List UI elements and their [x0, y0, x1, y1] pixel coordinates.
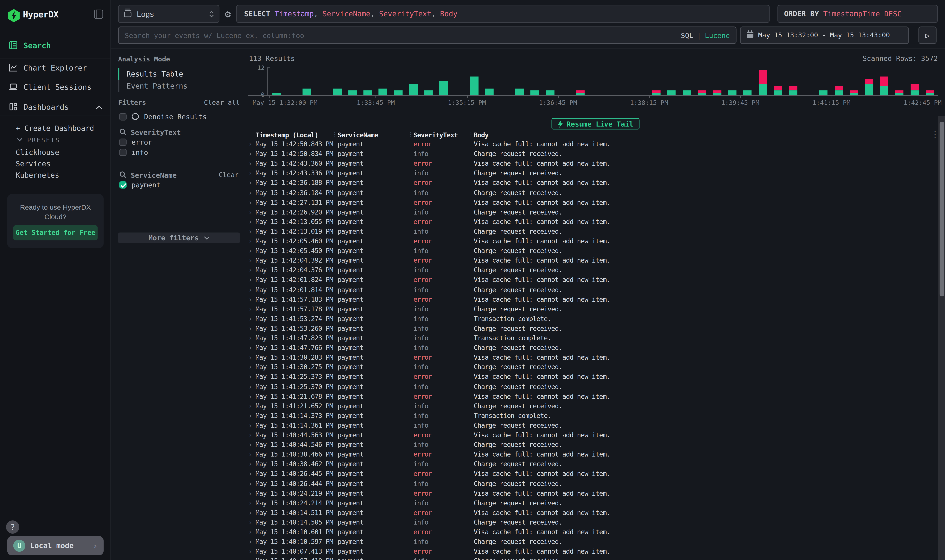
histogram-bar[interactable] [348, 91, 357, 95]
histogram-bar[interactable] [394, 91, 402, 95]
row-expand-chevron-icon[interactable]: › [248, 237, 252, 245]
column-header-servicename[interactable]: ServiceName [338, 131, 378, 139]
checkbox[interactable] [119, 149, 126, 156]
scrollbar-track[interactable] [938, 116, 945, 560]
column-resize-handle[interactable]: ⋮ [408, 131, 413, 137]
row-expand-chevron-icon[interactable]: › [248, 160, 252, 168]
order-by-input[interactable]: ORDER BY TimestampTime DESC [777, 5, 938, 23]
table-row[interactable]: ›May 15 1:40:14.511 PMpaymenterrorVisa c… [246, 508, 937, 518]
histogram-bar[interactable] [439, 82, 448, 95]
row-expand-chevron-icon[interactable]: › [248, 247, 252, 255]
histogram-bar[interactable] [516, 88, 524, 95]
column-header-severitytext[interactable]: SeverityText [413, 131, 458, 139]
sidebar-item-search[interactable]: Search [0, 37, 111, 53]
filter-group-clear-button[interactable]: Clear [219, 171, 239, 179]
table-row[interactable]: ›May 15 1:41:57.183 PMpaymenterrorVisa c… [246, 295, 937, 305]
histogram-bar[interactable] [743, 91, 752, 95]
table-row[interactable]: ›May 15 1:41:21.652 PMpaymentinfoCharge … [246, 402, 937, 411]
row-expand-chevron-icon[interactable]: › [248, 480, 252, 488]
row-expand-chevron-icon[interactable]: › [248, 179, 252, 187]
sidebar-preset-item[interactable]: Clickhouse [16, 148, 59, 157]
table-row[interactable]: ›May 15 1:42:04.376 PMpaymentinfoCharge … [246, 266, 937, 275]
table-row[interactable]: ›May 15 1:40:44.563 PMpaymenterrorVisa c… [246, 431, 937, 440]
row-expand-chevron-icon[interactable]: › [248, 218, 252, 226]
row-expand-chevron-icon[interactable]: › [248, 295, 252, 303]
filter-option-info[interactable]: info [119, 148, 240, 157]
histogram-bar[interactable] [849, 91, 858, 95]
row-expand-chevron-icon[interactable]: › [248, 286, 252, 294]
date-range-picker[interactable]: May 15 13:32:00 - May 15 13:43:00 [740, 26, 909, 44]
row-expand-chevron-icon[interactable]: › [248, 392, 252, 400]
presets-toggle[interactable]: PRESETS [17, 136, 60, 143]
row-expand-chevron-icon[interactable]: › [248, 422, 252, 429]
row-expand-chevron-icon[interactable]: › [248, 334, 252, 342]
column-resize-handle[interactable]: ⋮ [468, 131, 473, 137]
histogram-bar[interactable] [758, 70, 767, 95]
search-input[interactable]: Search your events w/ Lucene ex. column:… [118, 26, 736, 44]
table-row[interactable]: ›May 15 1:42:05.450 PMpaymentinfoCharge … [246, 246, 937, 256]
histogram-bar[interactable] [364, 91, 372, 95]
row-expand-chevron-icon[interactable]: › [248, 528, 252, 536]
histogram-bar[interactable] [576, 91, 585, 95]
help-button[interactable]: ? [6, 520, 19, 534]
table-row[interactable]: ›May 15 1:42:01.814 PMpaymentinfoCharge … [246, 285, 937, 295]
table-row[interactable]: ›May 15 1:42:36.184 PMpaymentinfoCharge … [246, 188, 937, 198]
search-icon[interactable] [119, 169, 126, 181]
table-row[interactable]: ›May 15 1:42:50.843 PMpaymenterrorVisa c… [246, 140, 937, 149]
histogram-bar[interactable] [910, 84, 919, 95]
row-expand-chevron-icon[interactable]: › [248, 441, 252, 449]
column-resize-handle[interactable]: ⋮ [332, 131, 337, 137]
table-row[interactable]: ›May 15 1:41:47.823 PMpaymentinfoTransac… [246, 334, 937, 343]
scrollbar-thumb[interactable] [940, 122, 944, 296]
user-menu[interactable]: U Local mode › [7, 536, 103, 555]
table-row[interactable]: ›May 15 1:40:10.597 PMpaymentinfoCharge … [246, 537, 937, 547]
table-row[interactable]: ›May 15 1:42:43.336 PMpaymentinfoCharge … [246, 169, 937, 178]
table-row[interactable]: ›May 15 1:40:44.546 PMpaymentinfoCharge … [246, 440, 937, 450]
histogram-bar[interactable] [470, 77, 478, 95]
histogram-bar[interactable] [303, 88, 311, 95]
table-row[interactable]: ›May 15 1:42:50.834 PMpaymentinfoCharge … [246, 149, 937, 159]
table-row[interactable]: ›May 15 1:42:26.920 PMpaymentinfoCharge … [246, 208, 937, 217]
row-expand-chevron-icon[interactable]: › [248, 169, 252, 177]
table-row[interactable]: ›May 15 1:41:14.361 PMpaymentinfoCharge … [246, 421, 937, 431]
histogram-bar[interactable] [652, 91, 661, 95]
table-row[interactable]: ›May 15 1:42:13.019 PMpaymentinfoCharge … [246, 227, 937, 237]
row-expand-chevron-icon[interactable]: › [248, 344, 252, 352]
checkbox[interactable] [119, 138, 126, 146]
table-row[interactable]: ›May 15 1:41:30.275 PMpaymentinfoCharge … [246, 363, 937, 372]
table-row[interactable]: ›May 15 1:40:26.445 PMpaymenterrorVisa c… [246, 469, 937, 479]
filter-option-error[interactable]: error [119, 137, 240, 147]
table-row[interactable]: ›May 15 1:41:21.678 PMpaymenterrorVisa c… [246, 392, 937, 402]
table-row[interactable]: ›May 15 1:41:47.766 PMpaymentinfoCharge … [246, 343, 937, 353]
sidebar-item-client-sessions[interactable]: Client Sessions [0, 79, 111, 95]
create-dashboard-button[interactable]: + Create Dashboard [16, 124, 94, 132]
histogram-bar[interactable] [789, 86, 797, 95]
row-expand-chevron-icon[interactable]: › [248, 538, 252, 546]
row-expand-chevron-icon[interactable]: › [248, 140, 252, 148]
row-expand-chevron-icon[interactable]: › [248, 150, 252, 158]
table-row[interactable]: ›May 15 1:40:38.462 PMpaymentinfoCharge … [246, 460, 937, 469]
table-row[interactable]: ›May 15 1:42:27.131 PMpaymenterrorVisa c… [246, 198, 937, 208]
histogram-bar[interactable] [728, 91, 737, 95]
table-row[interactable]: ›May 15 1:41:57.178 PMpaymentinfoCharge … [246, 305, 937, 314]
sidebar-item-chart-explorer[interactable]: Chart Explorer [0, 60, 111, 75]
run-query-button[interactable]: ▷ [919, 26, 936, 44]
row-expand-chevron-icon[interactable]: › [248, 431, 252, 439]
row-expand-chevron-icon[interactable]: › [248, 402, 252, 410]
histogram-bar[interactable] [683, 91, 691, 95]
sidebar-preset-item[interactable]: Kubernetes [16, 171, 59, 180]
row-expand-chevron-icon[interactable]: › [248, 470, 252, 478]
get-started-button[interactable]: Get Started for Free [13, 225, 97, 240]
row-expand-chevron-icon[interactable]: › [248, 228, 252, 235]
denoise-checkbox-row[interactable]: Denoise Results [119, 112, 240, 122]
row-expand-chevron-icon[interactable]: › [248, 363, 252, 371]
histogram-bar[interactable] [698, 91, 706, 95]
histogram-bar[interactable] [409, 84, 418, 95]
table-row[interactable]: ›May 15 1:40:38.466 PMpaymenterrorVisa c… [246, 450, 937, 460]
row-expand-chevron-icon[interactable]: › [248, 460, 252, 468]
row-expand-chevron-icon[interactable]: › [248, 557, 252, 560]
checkbox[interactable] [119, 182, 126, 189]
row-expand-chevron-icon[interactable]: › [248, 208, 252, 216]
row-expand-chevron-icon[interactable]: › [248, 509, 252, 517]
table-row[interactable]: ›May 15 1:40:26.444 PMpaymentinfoCharge … [246, 479, 937, 489]
